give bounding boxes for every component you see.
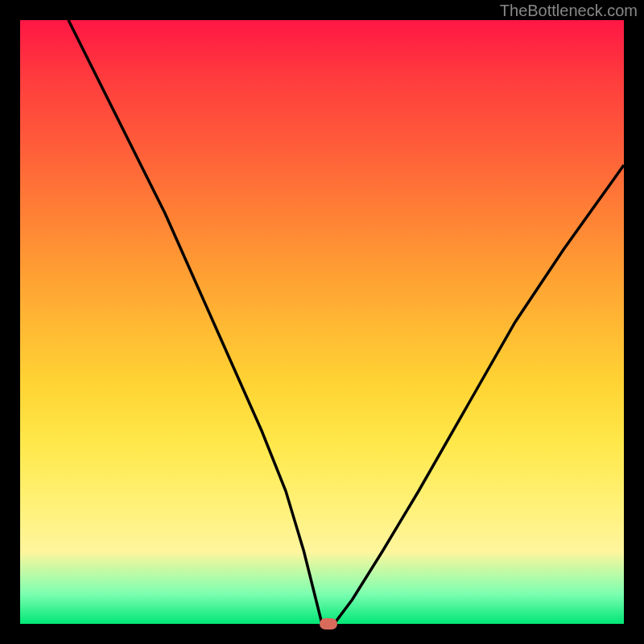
optimal-marker — [320, 618, 337, 630]
bottleneck-curve — [68, 20, 624, 624]
chart-frame: TheBottleneck.com — [0, 0, 644, 644]
plot-area — [20, 20, 624, 624]
curve-svg — [20, 20, 624, 624]
watermark-text: TheBottleneck.com — [500, 2, 638, 20]
